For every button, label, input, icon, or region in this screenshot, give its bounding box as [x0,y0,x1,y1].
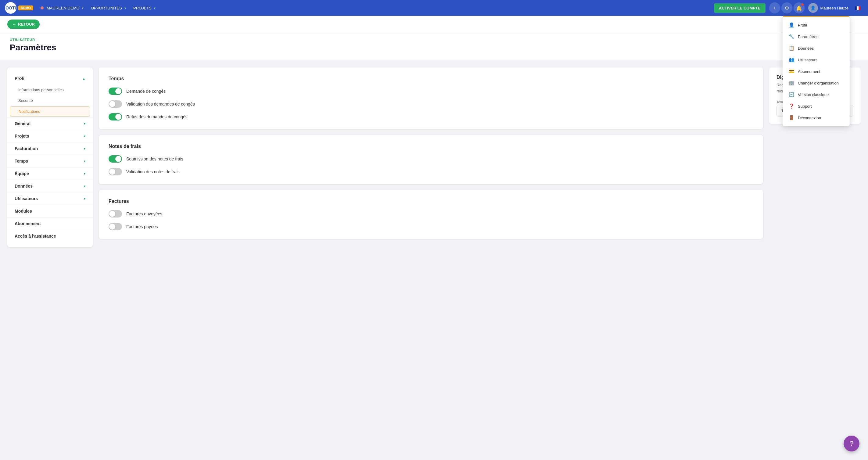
toggle-factures-payees: Factures payées [108,223,753,230]
sidebar-section-header-profil[interactable]: Profil ▲ [7,72,93,85]
sidebar-section-equipe: Équipe ▾ [7,167,93,180]
card-icon: 💳 [789,69,794,74]
notes-frais-card-title: Notes de frais [108,144,753,149]
bell-icon: 🔔 [796,5,802,11]
sidebar-item-informations-personnelles[interactable]: Informations personnelles [7,85,93,95]
toggle-demande-conges: Demande de congés [108,88,753,95]
building-icon: 🏢 [789,80,794,86]
gear-icon: ⚙ [785,5,789,11]
toggle-refus-conges-label: Refus des demandes de congés [126,114,188,119]
toggle-knob [109,169,115,175]
toggle-validation-conges-switch[interactable] [108,100,122,108]
dropdown-item-profil[interactable]: 👤 Profil [783,19,850,31]
sidebar-item-general[interactable]: Général ▾ [7,117,93,130]
dropdown-item-changer-organisation[interactable]: 🏢 Changer d'organisation [783,77,850,89]
flag-icon[interactable]: 🇫🇷 [852,2,863,13]
nav-item-team[interactable]: MAUREEN DEMO ▾ [37,0,87,16]
sidebar-section-utilisateurs: Utilisateurs ▾ [7,192,93,205]
add-button[interactable]: ＋ [769,2,780,13]
sidebar-item-abonnement[interactable]: Abonnement [7,217,93,230]
navbar: OOTI DEMO MAUREEN DEMO ▾ OPPORTUNITÉS ▾ … [0,0,868,16]
toggle-knob [115,88,121,94]
chevron-down-icon: ▾ [84,147,85,150]
demo-badge: DEMO [18,5,33,10]
dropdown-item-support[interactable]: ❓ Support [783,100,850,112]
users-icon: 👥 [789,57,794,63]
sidebar-section-facturation: Facturation ▾ [7,143,93,155]
dropdown-item-deconnexion[interactable]: 🚪 Déconnexion [783,112,850,124]
notes-frais-card: Notes de frais Soumission des notes de f… [99,135,763,184]
toggle-factures-envoyees-switch[interactable] [108,210,122,217]
logo-icon: OOTI [5,2,17,14]
toggle-refus-conges-switch[interactable] [108,113,122,121]
toggle-knob [115,156,121,162]
avatar-icon: 👤 [810,5,815,10]
toggle-demande-conges-switch[interactable] [108,88,122,95]
sidebar-item-modules[interactable]: Modules [7,205,93,217]
dropdown-item-parametres[interactable]: 🔧 Paramètres [783,31,850,42]
toggle-validation-notes-switch[interactable] [108,168,122,175]
settings-button[interactable]: ⚙ [781,2,793,13]
chevron-up-icon: ▲ [82,77,85,80]
arrow-left-icon: ← [12,22,16,27]
sidebar-section-abonnement: Abonnement [7,217,93,230]
dropdown-item-donnees[interactable]: 📋 Données [783,42,850,54]
dropdown-item-abonnement[interactable]: 💳 Abonnement [783,66,850,77]
toggle-factures-payees-switch[interactable] [108,223,122,230]
page-title: Paramètres [10,43,858,53]
sidebar-item-donnees[interactable]: Données ▾ [7,180,93,192]
sidebar-item-securite[interactable]: Securité [7,95,93,106]
sidebar-section-acces-assistance: Accès à l'assistance [7,230,93,242]
logout-icon: 🚪 [789,115,794,121]
toggle-knob [115,114,121,120]
chevron-down-icon: ▾ [84,159,85,163]
chevron-down-icon: ▾ [154,6,156,10]
avatar: 👤 [808,3,818,13]
dropdown-item-version-classique[interactable]: 🔄 Version classique [783,89,850,100]
breadcrumb: UTILISATEUR [10,38,858,41]
factures-card: Factures Factures envoyées Factures payé… [99,190,763,239]
sidebar-item-notifications[interactable]: Notifications [10,106,90,117]
sidebar-item-utilisateurs[interactable]: Utilisateurs ▾ [7,192,93,205]
sidebar-section-temps: Temps ▾ [7,155,93,167]
chevron-down-icon: ▾ [84,185,85,188]
toggle-demande-conges-label: Demande de congés [126,89,165,94]
sidebar-item-equipe[interactable]: Équipe ▾ [7,167,93,180]
nav-item-opportunities[interactable]: OPPORTUNITÉS ▾ [87,0,130,16]
sidebar-section-modules: Modules [7,205,93,217]
navbar-actions: ＋ ⚙ 🔔 👤 Maureen Heuzé 🇫🇷 [769,2,863,13]
dropdown-item-utilisateurs[interactable]: 👥 Utilisateurs [783,54,850,66]
help-icon: ❓ [789,103,794,109]
toggle-factures-envoyees: Factures envoyées [108,210,753,217]
data-icon: 📋 [789,45,794,51]
user-menu-button[interactable]: 👤 Maureen Heuzé [806,3,851,13]
activate-account-button[interactable]: ACTIVER LE COMPTE [714,3,766,13]
toggle-factures-envoyees-label: Factures envoyées [126,211,162,216]
page-header: UTILISATEUR Paramètres [0,33,868,60]
toggle-validation-notes-label: Validation des notes de frais [126,169,180,174]
sidebar-item-temps[interactable]: Temps ▾ [7,155,93,167]
toggle-knob [109,101,115,107]
sidebar-section-projets: Projets ▾ [7,130,93,143]
sidebar-item-acces-assistance[interactable]: Accès à l'assistance [7,230,93,242]
notifications-button[interactable]: 🔔 [794,2,805,13]
wrench-icon: 🔧 [789,34,794,39]
toggle-validation-conges: Validation des demandes de congés [108,100,753,108]
sidebar-section-donnees: Données ▾ [7,180,93,192]
nav-item-projects[interactable]: PROJETS ▾ [130,0,159,16]
toggle-refus-conges: Refus des demandes de congés [108,113,753,121]
sidebar: Profil ▲ Informations personnelles Secur… [7,67,93,247]
sidebar-item-facturation[interactable]: Facturation ▾ [7,143,93,155]
temps-card: Temps Demande de congés Validation des d… [99,67,763,129]
logo[interactable]: OOTI DEMO [5,2,33,14]
toggle-knob [109,211,115,217]
refresh-icon: 🔄 [789,92,794,97]
sidebar-item-projets[interactable]: Projets ▾ [7,130,93,142]
toggle-soumission-notes: Soumission des notes de frais [108,155,753,162]
back-bar: ← RETOUR [0,16,868,33]
toggle-soumission-notes-label: Soumission des notes de frais [126,156,183,161]
back-button[interactable]: ← RETOUR [7,20,40,29]
toggle-soumission-notes-switch[interactable] [108,155,122,162]
chevron-down-icon: ▾ [82,6,84,10]
user-dropdown-menu: 👤 Profil 🔧 Paramètres 📋 Données 👥 Utilis… [783,16,850,126]
